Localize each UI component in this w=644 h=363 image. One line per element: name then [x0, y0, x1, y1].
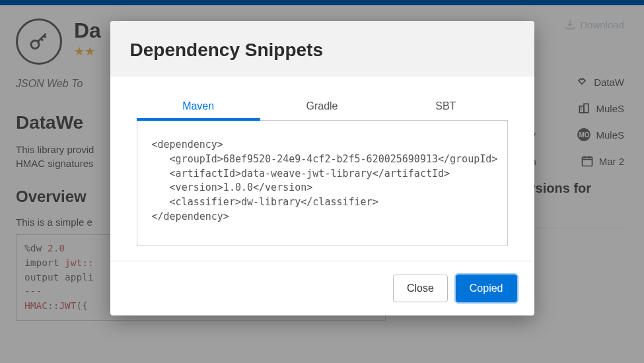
snippet-content[interactable]: <dependency> <groupId>68ef9520-24e9-4cf2…: [137, 121, 508, 246]
modal-body: Maven Gradle SBT <dependency> <groupId>6…: [110, 77, 534, 261]
snippet-tabs: Maven Gradle SBT: [137, 100, 508, 121]
modal-title: Dependency Snippets: [130, 40, 515, 61]
close-button[interactable]: Close: [393, 275, 448, 302]
tab-gradle[interactable]: Gradle: [260, 100, 384, 120]
top-nav-bar: [0, 0, 644, 5]
modal-overlay[interactable]: Dependency Snippets Maven Gradle SBT <de…: [0, 5, 644, 363]
copied-button[interactable]: Copied: [456, 275, 517, 302]
tab-sbt[interactable]: SBT: [384, 100, 507, 120]
tab-maven[interactable]: Maven: [137, 100, 260, 120]
dependency-snippets-modal: Dependency Snippets Maven Gradle SBT <de…: [110, 21, 534, 315]
modal-header: Dependency Snippets: [110, 21, 534, 77]
modal-footer: Close Copied: [110, 261, 534, 315]
